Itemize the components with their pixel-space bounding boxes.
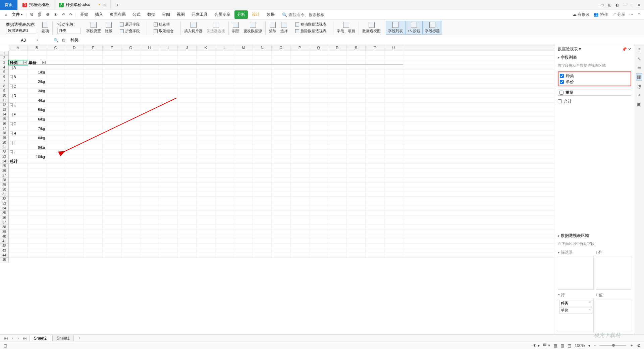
row-43[interactable]: 43 [0, 248, 8, 253]
row-12[interactable]: 12 [0, 103, 8, 107]
command-search[interactable] [288, 12, 329, 17]
col-F[interactable]: F [103, 44, 121, 51]
col-C[interactable]: C [46, 44, 65, 51]
select-tool-icon[interactable]: ↖ [637, 56, 641, 61]
layout-icon[interactable]: ▭ [600, 3, 604, 7]
maximize-icon[interactable]: □ [631, 3, 633, 7]
field-label-toggle[interactable]: 字段标题 [423, 21, 442, 35]
sheet-last-icon[interactable]: ⏭ [21, 336, 28, 341]
row-headers[interactable]: 1234567891011121314151617181920212223242… [0, 51, 9, 262]
col-T[interactable]: T [366, 44, 384, 51]
col-M[interactable]: M [234, 44, 253, 51]
col-Q[interactable]: Q [309, 44, 328, 51]
row-14[interactable]: 14 [0, 112, 8, 117]
field-total[interactable]: 合计 [558, 98, 631, 104]
tab-vip[interactable]: 会员专享 [212, 10, 233, 19]
row-32[interactable]: 32 [0, 197, 8, 201]
row-16[interactable]: 16 [0, 121, 8, 126]
row-item-price[interactable]: 单价 [559, 307, 592, 313]
panel-close-icon[interactable]: ✕ [628, 47, 631, 52]
field-list-toggle[interactable]: 字段列表 [386, 21, 405, 35]
row-31[interactable]: 31 [0, 192, 8, 197]
select-button[interactable]: 选择 [278, 21, 290, 34]
row-28[interactable]: 28 [0, 178, 8, 183]
field-price[interactable]: 单价 [560, 79, 629, 85]
col-B[interactable]: B [28, 44, 46, 51]
chart-icon[interactable]: ◔ [637, 84, 641, 89]
tab-review[interactable]: 审阅 [159, 10, 173, 19]
row-35[interactable]: 35 [0, 211, 8, 215]
col-J[interactable]: J [178, 44, 197, 51]
col-A[interactable]: A [9, 44, 28, 51]
col-O[interactable]: O [272, 44, 290, 51]
clear-button[interactable]: 清除 [267, 21, 278, 34]
row-30[interactable]: 30 [0, 187, 8, 192]
options-button[interactable]: 选项 [40, 21, 51, 34]
change-src-button[interactable]: 更改数据源 [241, 21, 264, 34]
field-weight[interactable]: 重量 [558, 90, 631, 96]
row-6[interactable]: 6 [0, 74, 8, 79]
sheet-tab-2[interactable]: Sheet2 [30, 335, 51, 341]
field-kind[interactable]: 种类 [560, 73, 629, 79]
search-fn-icon[interactable]: 🔍 [54, 38, 59, 43]
tab-template[interactable]: D找稻壳模板 [18, 0, 54, 10]
delete-pt-button[interactable]: 删除数据透视表 [293, 28, 328, 34]
refresh-button[interactable]: 刷新 [230, 21, 241, 34]
save-icon[interactable]: 🖫 [28, 12, 35, 18]
user-icon[interactable]: ◐ [615, 3, 619, 7]
pivot-pane-icon[interactable]: ▦ [636, 73, 642, 80]
row-34[interactable]: 34 [0, 206, 8, 211]
row-1[interactable]: 1 [0, 51, 8, 56]
col-I[interactable]: I [159, 44, 178, 51]
settings-icon[interactable]: ⚙ [637, 343, 641, 348]
row-10[interactable]: 10 [0, 93, 8, 98]
view-page-icon[interactable]: ▥ [560, 343, 564, 348]
tab-formula[interactable]: 公式 [130, 10, 143, 19]
share-button[interactable]: ↗ 分享 [612, 12, 625, 17]
file-menu[interactable]: 文件▾ [10, 11, 24, 18]
row-13[interactable]: 13 [0, 107, 8, 112]
col-S[interactable]: S [347, 44, 366, 51]
tab-insert[interactable]: 插入 [92, 10, 106, 19]
row-17[interactable]: 17 [0, 126, 8, 131]
tab-start[interactable]: 开始 [77, 10, 91, 19]
row-8[interactable]: 8 [0, 84, 8, 89]
row-18[interactable]: 18 [0, 131, 8, 136]
row-39[interactable]: 39 [0, 230, 8, 234]
tab-design[interactable]: 设计 [249, 10, 263, 19]
eye-icon[interactable]: 👁 ▾ [533, 343, 540, 348]
location-icon[interactable]: ⌖ [638, 92, 641, 98]
row-9[interactable]: 9 [0, 89, 8, 93]
backup-icon[interactable]: ▣ [637, 101, 641, 107]
collapse-ribbon-icon[interactable]: ⌃ [637, 12, 641, 17]
row-37[interactable]: 37 [0, 220, 8, 225]
tab-layout[interactable]: 页面布局 [107, 10, 128, 19]
row-4[interactable]: 4 [0, 65, 8, 70]
preview-icon[interactable]: 👁 [52, 12, 59, 18]
area-col-box[interactable] [596, 256, 632, 290]
tab-add[interactable]: ＋ [111, 0, 124, 10]
name-box[interactable]: A3 [7, 36, 40, 44]
col-N[interactable]: N [253, 44, 272, 51]
column-headers[interactable]: ABCDEFGHIJKLMNOPQRSTU [9, 44, 555, 51]
tab-view[interactable]: 视图 [174, 10, 187, 19]
print-icon[interactable]: 🖶 [44, 12, 51, 18]
sheet-add-icon[interactable]: ＋ [75, 335, 83, 341]
row-44[interactable]: 44 [0, 253, 8, 258]
expand-field-button[interactable]: 展开字段 [118, 21, 142, 28]
record-icon[interactable]: ▢ [3, 343, 7, 348]
row-29[interactable]: 29 [0, 183, 8, 187]
row-15[interactable]: 15 [0, 117, 8, 121]
row-5[interactable]: 5 [0, 70, 8, 74]
pivot-chart-button[interactable]: 数据透视图 [360, 21, 383, 34]
area-val-box[interactable] [596, 299, 632, 332]
assistant-icon[interactable]: ⟟ [638, 47, 640, 53]
zoom-in-icon[interactable]: ＋ [630, 343, 634, 348]
row-24[interactable]: 24 [0, 159, 8, 164]
sheet-prev-icon[interactable]: ‹ [11, 336, 15, 341]
row-26[interactable]: 26 [0, 168, 8, 173]
collab-button[interactable]: 👥 协作 [594, 12, 608, 17]
area-filter-box[interactable] [558, 256, 594, 290]
sheet-tab-1[interactable]: Sheet1 [52, 335, 74, 341]
row-19[interactable]: 19 [0, 136, 8, 140]
